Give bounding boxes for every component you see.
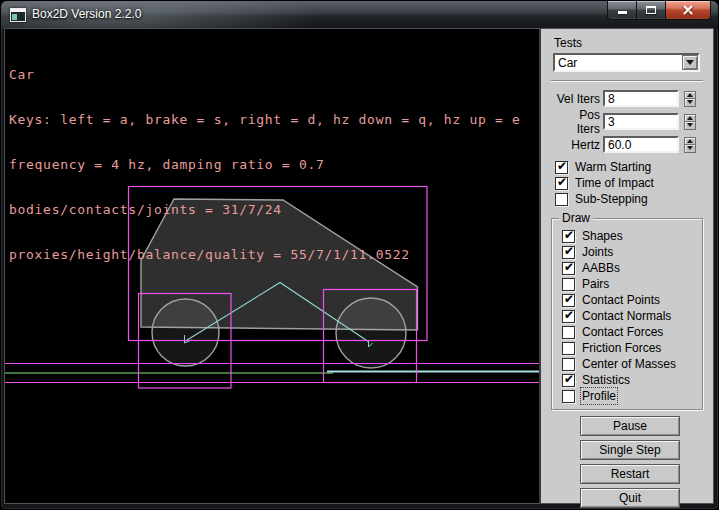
- checkbox-label: Statistics: [582, 373, 630, 387]
- checkbox-box: ✔: [562, 294, 575, 307]
- window-controls: [607, 1, 711, 20]
- minimize-icon: [618, 11, 627, 14]
- checkbox-box: [555, 193, 568, 206]
- maximize-button[interactable]: [637, 1, 665, 20]
- hud-line-freq: frequency = 4 hz, damping ratio = 0.7: [9, 157, 521, 172]
- action-buttons: Pause Single Step Restart Quit: [580, 416, 713, 508]
- spinner-up-icon[interactable]: [684, 137, 696, 145]
- checkbox-label: Contact Normals: [582, 309, 671, 323]
- hertz-label: Hertz: [553, 138, 603, 152]
- tests-label: Tests: [554, 36, 713, 50]
- pos-iters-row: Pos Iters: [553, 113, 713, 130]
- app-window: Box2D Version 2.2.0 Car Keys: left = a, …: [0, 0, 719, 510]
- check-icon: ✔: [564, 260, 574, 274]
- checkbox-joints[interactable]: ✔ Joints: [562, 244, 702, 260]
- rear-wheel: [152, 299, 219, 366]
- checkbox-statistics[interactable]: ✔ Statistics: [562, 372, 702, 388]
- pos-iters-stepper: [684, 114, 696, 130]
- checkbox-shapes[interactable]: ✔ Shapes: [562, 228, 702, 244]
- check-icon: ✔: [564, 244, 574, 258]
- draw-group-title: Draw: [559, 211, 593, 225]
- tests-dropdown[interactable]: Car: [553, 53, 700, 72]
- single-step-button[interactable]: Single Step: [580, 440, 680, 460]
- checkbox-box: ✔: [562, 230, 575, 243]
- titlebar[interactable]: Box2D Version 2.2.0: [1, 1, 718, 29]
- checkbox-box: ✔: [562, 374, 575, 387]
- vel-iters-label: Vel Iters: [553, 92, 603, 106]
- checkbox-box: [562, 326, 575, 339]
- hud-line-keys: Keys: left = a, brake = s, right = d, hz…: [9, 112, 521, 127]
- app-icon: [10, 8, 26, 22]
- spinner-down-icon[interactable]: [684, 99, 696, 107]
- check-icon: ✔: [557, 159, 567, 173]
- separator: [551, 80, 703, 82]
- vel-iters-row: Vel Iters: [553, 90, 713, 107]
- checkbox-box: ✔: [562, 262, 575, 275]
- close-button[interactable]: [665, 1, 711, 20]
- checkbox-label: Warm Starting: [575, 160, 651, 174]
- check-icon: ✔: [564, 292, 574, 306]
- quit-button[interactable]: Quit: [580, 488, 680, 508]
- checkbox-box: ✔: [555, 161, 568, 174]
- checkbox-friction-forces[interactable]: Friction Forces: [562, 340, 702, 356]
- check-icon: ✔: [564, 308, 574, 322]
- spinner-down-icon[interactable]: [684, 145, 696, 153]
- checkbox-box: ✔: [562, 310, 575, 323]
- checkbox-contact-normals[interactable]: ✔ Contact Normals: [562, 308, 702, 324]
- checkbox-label: Joints: [582, 245, 613, 259]
- checkbox-label: Contact Forces: [582, 325, 663, 339]
- tests-selected-value: Car: [555, 56, 577, 70]
- checkbox-label: Pairs: [582, 277, 609, 291]
- checkbox-box: [562, 390, 575, 403]
- checkbox-label: Center of Masses: [582, 357, 676, 371]
- pause-button[interactable]: Pause: [580, 416, 680, 436]
- restart-button[interactable]: Restart: [580, 464, 680, 484]
- spinner-down-icon[interactable]: [684, 122, 696, 130]
- checkbox-warm-starting[interactable]: ✔ Warm Starting: [555, 159, 713, 175]
- front-wheel: [336, 298, 406, 368]
- hertz-input[interactable]: [603, 136, 679, 153]
- gl-canvas[interactable]: Car Keys: left = a, brake = s, right = d…: [5, 29, 541, 503]
- spinner-up-icon[interactable]: [684, 114, 696, 122]
- pos-iters-label: Pos Iters: [553, 108, 603, 136]
- vel-iters-input[interactable]: [603, 90, 679, 107]
- chevron-down-icon[interactable]: [682, 55, 698, 70]
- checkbox-label: Time of Impact: [575, 176, 654, 190]
- check-icon: ✔: [564, 372, 574, 386]
- checkbox-center-of-masses[interactable]: Center of Masses: [562, 356, 702, 372]
- checkbox-contact-forces[interactable]: Contact Forces: [562, 324, 702, 340]
- hud-text: Car Keys: left = a, brake = s, right = d…: [9, 37, 521, 292]
- pos-iters-input[interactable]: [603, 113, 679, 130]
- checkbox-label: Shapes: [582, 229, 623, 243]
- window-title: Box2D Version 2.2.0: [32, 7, 141, 21]
- hertz-row: Hertz: [553, 136, 713, 153]
- minimize-button[interactable]: [607, 1, 637, 20]
- checkbox-box: ✔: [562, 246, 575, 259]
- client-area: Car Keys: left = a, brake = s, right = d…: [5, 29, 713, 503]
- vel-iters-stepper: [684, 91, 696, 107]
- check-icon: ✔: [564, 228, 574, 242]
- checkbox-label: Contact Points: [582, 293, 660, 307]
- control-panel: Tests Car Vel Iters Pos Iters: [541, 29, 713, 503]
- checkbox-pairs[interactable]: Pairs: [562, 276, 702, 292]
- checkbox-box: [562, 278, 575, 291]
- checkbox-box: ✔: [555, 177, 568, 190]
- hud-line-bodies: bodies/contacts/joints = 31/7/24: [9, 202, 521, 217]
- checkbox-time-of-impact[interactable]: ✔ Time of Impact: [555, 175, 713, 191]
- checkbox-label: AABBs: [582, 261, 620, 275]
- checkbox-box: [562, 342, 575, 355]
- draw-group: Draw ✔ Shapes ✔ Joints ✔ AABBs Pairs: [551, 218, 703, 410]
- hertz-stepper: [684, 137, 696, 153]
- checkbox-label: Sub-Stepping: [575, 192, 648, 206]
- spinner-up-icon[interactable]: [684, 91, 696, 99]
- checkbox-profile[interactable]: Profile: [562, 388, 702, 404]
- hud-line-proxies: proxies/height/balance/quality = 55/7/1/…: [9, 247, 521, 262]
- hud-line-title: Car: [9, 67, 521, 82]
- checkbox-aabbs[interactable]: ✔ AABBs: [562, 260, 702, 276]
- check-icon: ✔: [557, 175, 567, 189]
- maximize-icon: [646, 6, 656, 14]
- checkbox-sub-stepping[interactable]: Sub-Stepping: [555, 191, 713, 207]
- checkbox-contact-points[interactable]: ✔ Contact Points: [562, 292, 702, 308]
- close-icon: [682, 4, 694, 16]
- checkbox-label: Profile: [582, 389, 616, 403]
